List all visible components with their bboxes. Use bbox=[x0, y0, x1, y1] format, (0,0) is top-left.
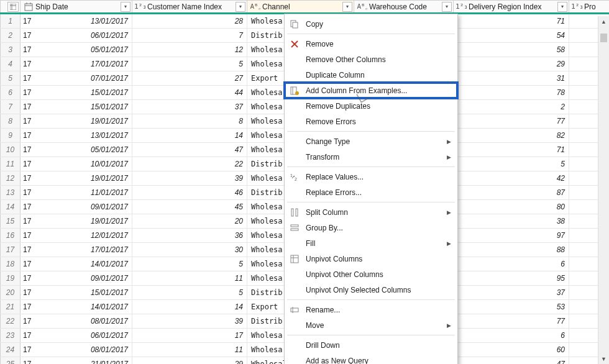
cell-customer-index[interactable]: 22 bbox=[132, 157, 247, 171]
row-number[interactable]: 9 bbox=[0, 129, 21, 142]
column-header-region[interactable]: 1²₃ Delivery Region Index ▾ bbox=[454, 1, 569, 12]
cell-region[interactable]: 58 bbox=[454, 43, 569, 57]
cell-region[interactable]: 54 bbox=[454, 29, 569, 42]
row-number[interactable]: 20 bbox=[0, 286, 21, 299]
cell-ship-date[interactable]: 1709/01/2017 bbox=[21, 271, 132, 285]
cell-ship-date[interactable]: 1714/01/2017 bbox=[21, 257, 132, 271]
cell-customer-index[interactable]: 29 bbox=[132, 357, 247, 364]
cell-region[interactable]: 82 bbox=[454, 129, 569, 142]
cell-ship-date[interactable]: 1711/01/2017 bbox=[21, 186, 132, 199]
menu-item-copy[interactable]: Copy bbox=[285, 16, 457, 32]
row-number[interactable]: 24 bbox=[0, 343, 21, 357]
cell-customer-index[interactable]: 17 bbox=[132, 329, 247, 342]
cell-ship-date[interactable]: 1708/01/2017 bbox=[21, 314, 132, 328]
row-number[interactable]: 15 bbox=[0, 214, 21, 228]
scroll-down-icon[interactable]: ▼ bbox=[598, 353, 609, 364]
row-number[interactable]: 14 bbox=[0, 200, 21, 214]
cell-customer-index[interactable]: 5 bbox=[132, 257, 247, 271]
menu-item-unpivot-selected[interactable]: Unpivot Only Selected Columns bbox=[285, 282, 457, 298]
cell-region[interactable]: 77 bbox=[454, 114, 569, 128]
cell-region[interactable]: 88 bbox=[454, 243, 569, 257]
cell-ship-date[interactable]: 1708/01/2017 bbox=[21, 343, 132, 357]
cell-ship-date[interactable]: 1712/01/2017 bbox=[21, 229, 132, 242]
cell-customer-index[interactable]: 5 bbox=[132, 286, 247, 299]
cell-customer-index[interactable]: 7 bbox=[132, 29, 247, 42]
cell-region[interactable]: 53 bbox=[454, 300, 569, 314]
menu-item-duplicate[interactable]: Duplicate Column bbox=[285, 67, 457, 83]
menu-item-fill[interactable]: Fill▶ bbox=[285, 235, 457, 251]
cell-ship-date[interactable]: 1707/01/2017 bbox=[21, 71, 132, 85]
cell-customer-index[interactable]: 45 bbox=[132, 200, 247, 214]
cell-ship-date[interactable]: 1710/01/2017 bbox=[21, 157, 132, 171]
menu-item-remove-errors[interactable]: Remove Errors bbox=[285, 114, 457, 129]
cell-region[interactable]: 87 bbox=[454, 186, 569, 199]
cell-region[interactable]: 97 bbox=[454, 229, 569, 242]
cell-region[interactable]: 47 bbox=[454, 357, 569, 364]
filter-dropdown-icon[interactable]: ▾ bbox=[236, 2, 245, 12]
row-number[interactable]: 7 bbox=[0, 100, 21, 114]
cell-region[interactable]: 80 bbox=[454, 200, 569, 214]
row-number[interactable]: 2 bbox=[0, 29, 21, 42]
menu-item-replace-values[interactable]: 12Replace Values... bbox=[285, 169, 457, 184]
row-number[interactable]: 17 bbox=[0, 243, 21, 257]
cell-ship-date[interactable]: 1717/01/2017 bbox=[21, 243, 132, 257]
cell-region[interactable]: 38 bbox=[454, 214, 569, 228]
cell-customer-index[interactable]: 14 bbox=[132, 300, 247, 314]
menu-item-unpivot[interactable]: Unpivot Columns bbox=[285, 251, 457, 266]
menu-item-drill-down[interactable]: Drill Down bbox=[285, 337, 457, 353]
menu-item-add-as-query[interactable]: Add as New Query bbox=[285, 353, 457, 364]
cell-ship-date[interactable]: 1721/01/2017 bbox=[21, 357, 132, 364]
cell-region[interactable]: 5 bbox=[454, 157, 569, 171]
row-number[interactable]: 22 bbox=[0, 314, 21, 328]
row-number[interactable]: 16 bbox=[0, 229, 21, 242]
cell-customer-index[interactable]: 27 bbox=[132, 71, 247, 85]
cell-region[interactable]: 6 bbox=[454, 257, 569, 271]
filter-dropdown-icon[interactable]: ▾ bbox=[557, 2, 567, 12]
cell-region[interactable]: 60 bbox=[454, 343, 569, 357]
filter-dropdown-icon[interactable]: ▾ bbox=[442, 2, 452, 12]
row-number[interactable]: 11 bbox=[0, 157, 21, 171]
row-number[interactable]: 5 bbox=[0, 71, 21, 85]
cell-customer-index[interactable]: 37 bbox=[132, 100, 247, 114]
menu-item-remove[interactable]: Remove bbox=[285, 36, 457, 52]
cell-region[interactable]: 31 bbox=[454, 71, 569, 85]
row-number[interactable]: 23 bbox=[0, 329, 21, 342]
row-number[interactable]: 19 bbox=[0, 271, 21, 285]
cell-customer-index[interactable]: 11 bbox=[132, 343, 247, 357]
scroll-up-icon[interactable]: ▲ bbox=[598, 16, 609, 27]
row-number[interactable]: 3 bbox=[0, 43, 21, 57]
cell-ship-date[interactable]: 1719/01/2017 bbox=[21, 171, 132, 185]
cell-region[interactable]: 71 bbox=[454, 14, 569, 28]
menu-item-change-type[interactable]: Change Type▶ bbox=[285, 134, 457, 149]
row-number[interactable]: 25 bbox=[0, 357, 21, 364]
cell-customer-index[interactable]: 36 bbox=[132, 229, 247, 242]
row-number[interactable]: 12 bbox=[0, 171, 21, 185]
menu-item-add-from-examples[interactable]: Add Column From Examples... bbox=[285, 83, 457, 98]
cell-ship-date[interactable]: 1705/01/2017 bbox=[21, 43, 132, 57]
scroll-thumb[interactable] bbox=[600, 34, 607, 42]
cell-region[interactable]: 78 bbox=[454, 86, 569, 99]
cell-region[interactable]: 2 bbox=[454, 100, 569, 114]
vertical-scrollbar[interactable]: ▲ ▼ bbox=[598, 16, 609, 364]
cell-customer-index[interactable]: 39 bbox=[132, 314, 247, 328]
menu-item-split-column[interactable]: Split Column▶ bbox=[285, 204, 457, 220]
cell-ship-date[interactable]: 1715/01/2017 bbox=[21, 286, 132, 299]
cell-ship-date[interactable]: 1715/01/2017 bbox=[21, 100, 132, 114]
row-number[interactable]: 8 bbox=[0, 114, 21, 128]
cell-customer-index[interactable]: 28 bbox=[132, 14, 247, 28]
row-number[interactable]: 18 bbox=[0, 257, 21, 271]
column-header-customer-index[interactable]: 1²₃ Customer Name Index ▾ bbox=[132, 1, 247, 12]
cell-ship-date[interactable]: 1713/01/2017 bbox=[21, 129, 132, 142]
row-number[interactable]: 1 bbox=[0, 14, 21, 28]
cell-region[interactable]: 77 bbox=[454, 314, 569, 328]
cell-customer-index[interactable]: 14 bbox=[132, 129, 247, 142]
cell-customer-index[interactable]: 12 bbox=[132, 43, 247, 57]
menu-item-remove-other[interactable]: Remove Other Columns bbox=[285, 52, 457, 67]
menu-item-transform[interactable]: Transform▶ bbox=[285, 149, 457, 165]
menu-item-unpivot-other[interactable]: Unpivot Other Columns bbox=[285, 266, 457, 282]
cell-ship-date[interactable]: 1713/01/2017 bbox=[21, 14, 132, 28]
row-number[interactable]: 21 bbox=[0, 300, 21, 314]
menu-item-group-by[interactable]: Group By... bbox=[285, 220, 457, 235]
cell-ship-date[interactable]: 1706/01/2017 bbox=[21, 329, 132, 342]
column-header-warehouse[interactable]: Aᴮ꜀ Warehouse Code ▾ bbox=[354, 1, 454, 12]
